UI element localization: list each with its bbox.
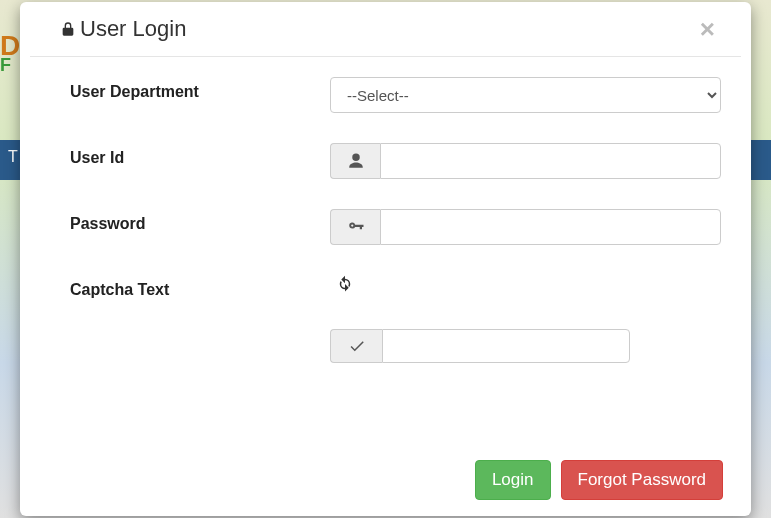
- modal-title-text: User Login: [80, 16, 186, 42]
- label-user-id: User Id: [50, 143, 330, 167]
- forgot-password-button[interactable]: Forgot Password: [561, 460, 724, 500]
- user-id-addon: [330, 143, 380, 179]
- captcha-addon: [330, 329, 382, 363]
- captcha-input[interactable]: [382, 329, 630, 363]
- close-button[interactable]: ×: [694, 16, 721, 42]
- label-captcha: Captcha Text: [50, 275, 330, 299]
- key-icon: [347, 218, 365, 236]
- row-user-id: User Id: [50, 143, 721, 179]
- row-department: User Department --Select--: [50, 77, 721, 113]
- label-department: User Department: [50, 77, 330, 101]
- login-button[interactable]: Login: [475, 460, 551, 500]
- password-addon: [330, 209, 380, 245]
- row-password: Password: [50, 209, 721, 245]
- refresh-icon[interactable]: [336, 275, 354, 293]
- modal-body: User Department --Select-- User Id Passw…: [20, 57, 751, 448]
- login-modal: User Login × User Department --Select-- …: [20, 2, 751, 516]
- modal-header: User Login ×: [30, 2, 741, 57]
- check-icon: [348, 337, 366, 355]
- user-id-input[interactable]: [380, 143, 721, 179]
- password-input[interactable]: [380, 209, 721, 245]
- department-select[interactable]: --Select--: [330, 77, 721, 113]
- row-captcha-input: [50, 329, 721, 363]
- row-captcha-label: Captcha Text: [50, 275, 721, 299]
- modal-footer: Login Forgot Password: [20, 448, 751, 516]
- label-captcha-empty: [50, 329, 330, 335]
- label-password: Password: [50, 209, 330, 233]
- lock-icon: [60, 20, 76, 38]
- modal-title: User Login: [60, 16, 186, 42]
- user-icon: [347, 152, 365, 170]
